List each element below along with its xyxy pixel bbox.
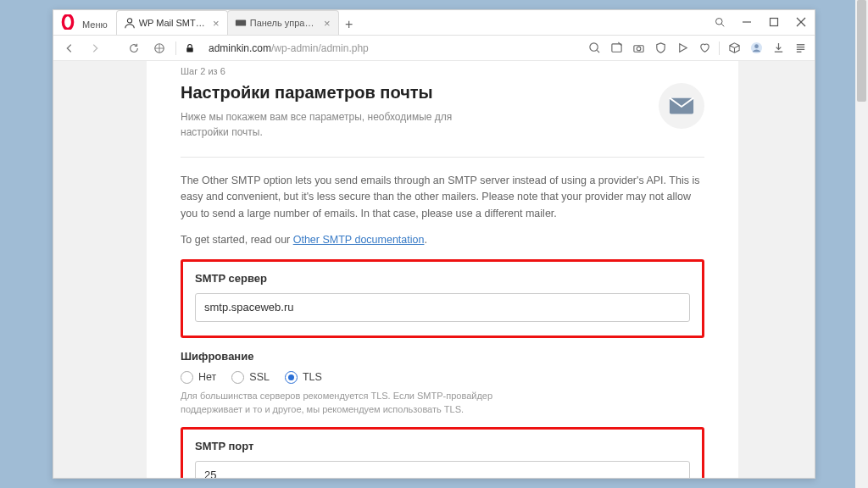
shield-icon[interactable] xyxy=(653,41,668,56)
svg-point-13 xyxy=(589,43,597,51)
encryption-hint: Для большинства серверов рекомендуется T… xyxy=(181,389,537,417)
svg-point-1 xyxy=(127,19,131,23)
search-window-icon[interactable] xyxy=(706,9,733,35)
menu-button[interactable]: Меню xyxy=(81,19,116,35)
profile-icon[interactable] xyxy=(748,41,764,56)
snapshot-icon[interactable] xyxy=(609,41,624,56)
encryption-option-none[interactable]: Нет xyxy=(181,371,216,384)
maximize-button[interactable] xyxy=(760,9,787,35)
forward-button[interactable] xyxy=(86,39,104,58)
lock-icon[interactable] xyxy=(183,43,197,53)
encryption-option-tls[interactable]: TLS xyxy=(285,371,322,384)
smtp-description: The Other SMTP option lets you send emai… xyxy=(181,173,704,222)
step-indicator: Шаг 2 из 6 xyxy=(181,66,704,76)
address-bar: adminkin.com/wp-admin/admin.php xyxy=(53,36,815,61)
svg-rect-6 xyxy=(771,19,778,26)
back-button[interactable] xyxy=(60,39,79,58)
page-subtitle: Ниже мы покажем вам все параметры, необх… xyxy=(181,109,460,140)
svg-rect-2 xyxy=(236,20,246,26)
heart-icon[interactable] xyxy=(697,41,712,56)
smtp-port-section: SMTP порт xyxy=(181,427,704,479)
mail-icon xyxy=(659,83,704,129)
home-button[interactable] xyxy=(150,39,169,58)
close-window-button[interactable] xyxy=(787,9,815,35)
page-content: Шаг 2 из 6 Настройки параметров почты Ни… xyxy=(147,61,738,478)
svg-point-3 xyxy=(716,19,723,25)
title-bar: Меню WP Mail SMTP › Мастер ус × Панель у… xyxy=(53,10,815,36)
cube-icon[interactable] xyxy=(726,41,742,56)
smtp-host-input[interactable] xyxy=(195,293,690,322)
documentation-link[interactable]: Other SMTP documentation xyxy=(293,234,425,246)
left-gutter xyxy=(53,61,147,478)
zoom-icon[interactable] xyxy=(587,41,602,56)
encryption-radios: Нет SSL TLS xyxy=(181,371,704,384)
opera-logo-icon xyxy=(58,13,77,31)
download-icon[interactable] xyxy=(771,41,786,56)
close-icon[interactable]: × xyxy=(210,17,222,29)
svg-rect-15 xyxy=(611,44,620,52)
divider xyxy=(181,157,704,158)
tab-label: Панель управления VH xyxy=(250,18,318,28)
minimize-button[interactable] xyxy=(733,9,760,35)
svg-point-0 xyxy=(63,15,72,30)
tab-wp-mail-smtp[interactable]: WP Mail SMTP › Мастер ус × xyxy=(116,10,228,35)
reload-button[interactable] xyxy=(125,39,143,58)
person-icon xyxy=(124,17,136,29)
encryption-label: Шифрование xyxy=(181,350,704,363)
smtp-port-input[interactable] xyxy=(195,461,690,479)
svg-point-19 xyxy=(754,44,759,48)
tab-label: WP Mail SMTP › Мастер ус xyxy=(139,18,207,28)
doc-line: To get started, read our Other SMTP docu… xyxy=(181,232,704,248)
svg-rect-12 xyxy=(186,47,193,52)
url-field[interactable]: adminkin.com/wp-admin/admin.php xyxy=(203,42,580,54)
panel-icon xyxy=(235,17,247,29)
smtp-port-label: SMTP порт xyxy=(195,440,690,452)
smtp-host-label: SMTP сервер xyxy=(195,272,690,285)
smtp-host-section: SMTP сервер xyxy=(181,259,704,338)
encryption-option-ssl[interactable]: SSL xyxy=(231,371,270,384)
tab-control-panel[interactable]: Панель управления VH × xyxy=(227,10,339,35)
window-controls xyxy=(706,9,815,35)
page-title: Настройки параметров почты xyxy=(181,83,460,103)
new-tab-button[interactable]: + xyxy=(338,17,360,35)
camera-icon[interactable] xyxy=(631,41,646,56)
page-viewport: Шаг 2 из 6 Настройки параметров почты Ни… xyxy=(53,61,815,478)
svg-line-14 xyxy=(597,50,599,53)
close-icon[interactable]: × xyxy=(321,17,333,29)
svg-point-17 xyxy=(637,47,641,51)
right-gutter xyxy=(738,61,815,478)
menu-icon[interactable] xyxy=(793,41,808,56)
play-icon[interactable] xyxy=(675,41,690,56)
svg-line-4 xyxy=(721,24,724,26)
browser-window: Меню WP Mail SMTP › Мастер ус × Панель у… xyxy=(53,9,815,479)
